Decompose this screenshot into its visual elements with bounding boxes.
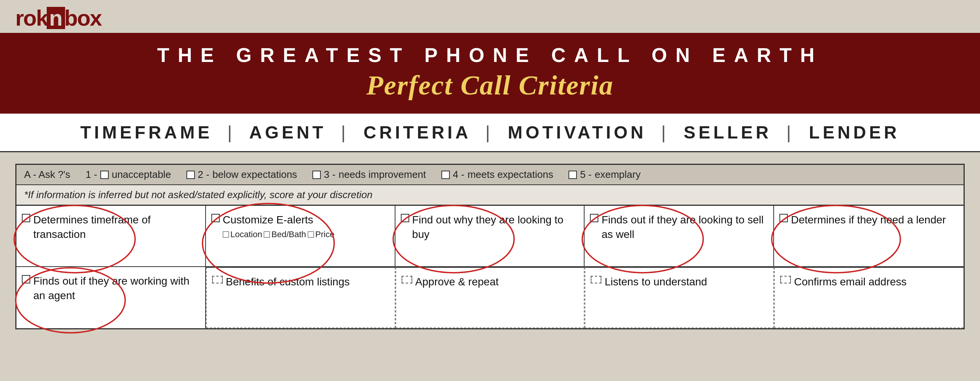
text-custom-listings: Benefits of custom listings (226, 275, 350, 289)
score-2: 2 - below expectations (186, 169, 297, 181)
category-bar-text: TIMEFRAME | AGENT | CRITERIA | MOTIVATIO… (15, 122, 965, 143)
cell-custom-listings: Benefits of custom listings (206, 267, 395, 328)
score-5: 5 - exemplary (568, 169, 640, 181)
banner-subtitle: Perfect Call Criteria (15, 70, 965, 101)
text-approve-repeat: Approve & repeat (415, 275, 499, 289)
score-5-checkbox[interactable] (568, 171, 577, 179)
score-header: A - Ask ?'s 1 - unacceptable 2 - below e… (16, 165, 964, 185)
checkbox-ealerts[interactable] (211, 214, 220, 222)
checkbox-custom-listings-dashed[interactable] (212, 276, 223, 283)
sub-ealerts: Location Bed/Bath Price (223, 230, 335, 239)
cell-agent: Finds out if they are working with an ag… (16, 267, 206, 328)
score-2-checkbox[interactable] (186, 171, 195, 179)
text-email: Confirms email address (794, 275, 906, 289)
logo-part1: rok (15, 7, 47, 29)
checkbox-email-dashed[interactable] (780, 276, 791, 283)
category-criteria: CRITERIA (364, 122, 471, 142)
sub-cb-price[interactable] (308, 231, 314, 238)
cell-timeframe: Determines timeframe of transaction (16, 206, 206, 267)
category-agent: AGENT (249, 122, 326, 142)
logo-part2: box (64, 7, 101, 29)
criteria-grid: Determines timeframe of transaction Cust… (16, 205, 964, 328)
logo-box: n (47, 7, 65, 29)
score-table: A - Ask ?'s 1 - unacceptable 2 - below e… (15, 164, 965, 329)
main-content: A - Ask ?'s 1 - unacceptable 2 - below e… (0, 152, 980, 341)
text-timeframe: Determines timeframe of transaction (33, 213, 198, 242)
category-timeframe: TIMEFRAME (80, 122, 212, 142)
text-listens: Listens to understand (604, 275, 707, 289)
banner-top-line: THE GREATEST PHONE CALL ON EARTH (15, 44, 965, 67)
sep5: | (786, 122, 794, 142)
main-banner: THE GREATEST PHONE CALL ON EARTH Perfect… (0, 33, 980, 114)
category-seller: SELLER (684, 122, 771, 142)
sub-cb-bedbath[interactable] (264, 231, 270, 238)
ask-label: A - Ask ?'s (24, 169, 70, 181)
cell-approve-repeat: Approve & repeat (395, 267, 585, 328)
sub-cb-location[interactable] (223, 231, 229, 238)
score-1-checkbox[interactable] (100, 171, 109, 179)
score-3-checkbox[interactable] (312, 171, 321, 179)
score-3: 3 - needs improvement (312, 169, 426, 181)
checkbox-approve-dashed[interactable] (402, 276, 412, 283)
checkbox-selling[interactable] (590, 214, 598, 222)
score-4: 4 - meets expectations (441, 169, 553, 181)
category-motivation: MOTIVATION (508, 122, 647, 142)
checkbox-motivation[interactable] (401, 214, 409, 222)
score-1: 1 - unacceptable (86, 169, 171, 181)
sep1: | (227, 122, 235, 142)
top-bar: rok n box (0, 0, 980, 33)
checkbox-lender[interactable] (779, 214, 788, 222)
sep4: | (661, 122, 669, 142)
cell-lender: Determines if they need a lender (774, 206, 964, 267)
sep2: | (341, 122, 349, 142)
cell-listens: Listens to understand (585, 267, 774, 328)
cell-ealerts: Customize E-alerts Location Bed/Bath Pri… (206, 206, 395, 267)
text-agent: Finds out if they are working with an ag… (33, 274, 198, 303)
cell-selling: Finds out if they are looking to sell as… (585, 206, 774, 267)
checkbox-agent[interactable] (22, 275, 30, 283)
sep3: | (485, 122, 493, 142)
cell-motivation: Find out why they are looking to buy (395, 206, 585, 267)
score-4-checkbox[interactable] (441, 171, 450, 179)
checkbox-listens-dashed[interactable] (591, 276, 601, 283)
cell-email: Confirms email address (774, 267, 964, 328)
category-bar: TIMEFRAME | AGENT | CRITERIA | MOTIVATIO… (0, 114, 980, 152)
info-note: *If information is inferred but not aske… (16, 185, 964, 205)
text-selling: Finds out if they are looking to sell as… (601, 213, 766, 242)
text-lender: Determines if they need a lender (791, 213, 946, 227)
checkbox-timeframe[interactable] (22, 214, 30, 222)
text-motivation: Find out why they are looking to buy (412, 213, 577, 242)
logo: rok n box (15, 7, 101, 29)
text-ealerts: Customize E-alerts (223, 214, 314, 226)
category-lender: LENDER (809, 122, 900, 142)
